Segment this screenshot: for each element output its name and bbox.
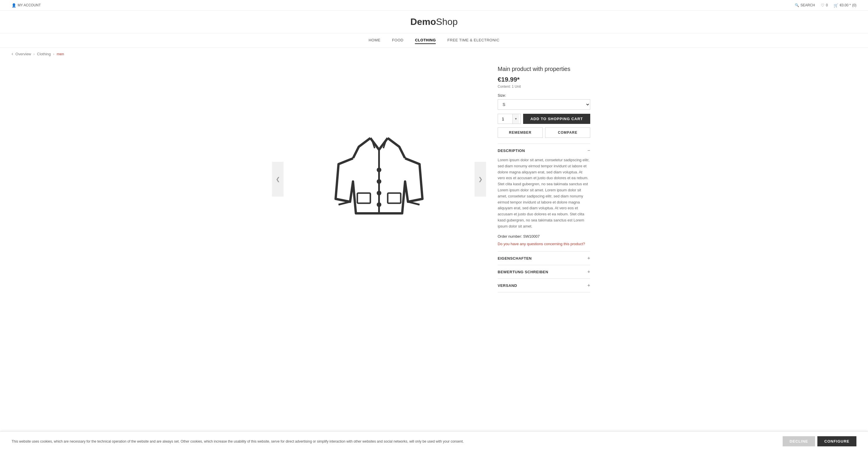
breadcrumb-sep1: › [34, 52, 35, 56]
size-select[interactable]: S M L XL XXL [498, 99, 590, 110]
svg-point-4 [377, 202, 381, 207]
remember-button[interactable]: REMEMBER [498, 127, 543, 138]
accordion-versand-header[interactable]: VERSAND + [498, 279, 590, 292]
add-to-cart-button[interactable]: ADD TO SHOPPING CART [523, 114, 590, 124]
breadcrumb-back-icon [11, 51, 13, 56]
product-image-area [278, 66, 480, 292]
heart-icon [821, 3, 825, 7]
product-jacket-svg [330, 124, 428, 234]
bewertung-expand-icon: + [587, 269, 590, 274]
my-account-label: MY ACCOUNT [18, 3, 41, 7]
nav-food[interactable]: FOOD [392, 37, 404, 44]
product-details: Main product with properties €19.99* Con… [498, 66, 590, 292]
svg-point-3 [377, 191, 381, 196]
quantity-input[interactable] [498, 114, 513, 124]
accordion-eigenschaften-header[interactable]: EIGENSCHAFTEN + [498, 251, 590, 265]
logo-bar: DemoShop [0, 11, 868, 33]
logo-demo: Demo [410, 17, 436, 27]
logo-shop: Shop [436, 17, 458, 27]
nav-bar: HOME FOOD CLOTHING FREE TIME & ELECTRONI… [0, 33, 868, 48]
accordion-description: DESCRIPTION − Lorem ipsum dolor sit amet… [498, 144, 590, 251]
top-bar-left: MY ACCOUNT [11, 3, 41, 7]
product-price: €19.99* [498, 76, 590, 83]
compare-button[interactable]: COMPARE [545, 127, 590, 138]
svg-rect-9 [388, 193, 401, 203]
breadcrumb: Overview › Clothing › men [0, 48, 868, 60]
order-number-row: Order number: SW10007 [498, 234, 590, 240]
eigenschaften-label: EIGENSCHAFTEN [498, 256, 532, 261]
cart-link[interactable]: €0.00 * (0) [834, 3, 857, 7]
image-next-button[interactable] [474, 162, 486, 197]
accordion-bewertung: BEWERTUNG SCHREIBEN + [498, 265, 590, 279]
nav-home[interactable]: HOME [369, 37, 380, 44]
wishlist-count: 0 [826, 3, 828, 7]
nav-free-time[interactable]: FREE TIME & ELECTRONIC [447, 37, 499, 44]
bewertung-label: BEWERTUNG SCHREIBEN [498, 270, 548, 274]
user-icon [11, 3, 16, 7]
accordion-description-content: Lorem ipsum dolor sit amet, consetetur s… [498, 157, 590, 251]
svg-point-2 [377, 179, 381, 184]
chevron-left-icon [276, 176, 280, 182]
price-value: €19.99 [498, 76, 517, 83]
quantity-input-wrapper: ▼ [498, 114, 521, 124]
product-title: Main product with properties [498, 66, 590, 72]
action-btns-row: REMEMBER COMPARE [498, 127, 590, 138]
price-asterisk: * [517, 76, 520, 83]
breadcrumb-sep2: › [53, 52, 54, 56]
image-prev-button[interactable] [272, 162, 283, 197]
svg-line-5 [339, 202, 350, 205]
search-link[interactable]: SEARCH [795, 3, 815, 7]
accordion-description-header[interactable]: DESCRIPTION − [498, 144, 590, 157]
top-bar-right: SEARCH 0 €0.00 * (0) [795, 3, 857, 7]
product-image [324, 118, 434, 240]
description-collapse-icon: − [587, 148, 590, 153]
search-label: SEARCH [801, 3, 815, 7]
description-heading: DESCRIPTION [498, 149, 525, 153]
add-to-cart-row: ▼ ADD TO SHOPPING CART [498, 114, 590, 124]
main-content: Main product with properties €19.99* Con… [260, 60, 608, 298]
chevron-right-icon [478, 176, 483, 182]
top-bar: MY ACCOUNT SEARCH 0 €0.00 * (0) [0, 0, 868, 11]
order-number-value: SW10007 [523, 234, 539, 239]
logo[interactable]: DemoShop [6, 17, 862, 27]
cart-price: €0.00 * [840, 3, 850, 7]
size-label: Size: [498, 93, 590, 97]
question-link[interactable]: Do you have any questions concerning thi… [498, 241, 590, 247]
svg-line-6 [408, 202, 420, 205]
order-number-label: Order number: [498, 234, 522, 239]
product-content: Content: 1 Unit [498, 85, 590, 89]
accordion: DESCRIPTION − Lorem ipsum dolor sit amet… [498, 144, 590, 292]
description-text: Lorem ipsum dolor sit amet, consetetur s… [498, 157, 590, 230]
accordion-bewertung-header[interactable]: BEWERTUNG SCHREIBEN + [498, 265, 590, 278]
wishlist-link[interactable]: 0 [821, 3, 828, 7]
quantity-dropdown-btn[interactable]: ▼ [513, 114, 519, 124]
accordion-eigenschaften: EIGENSCHAFTEN + [498, 251, 590, 265]
breadcrumb-clothing[interactable]: Clothing [37, 52, 51, 56]
versand-expand-icon: + [587, 283, 590, 288]
breadcrumb-men[interactable]: men [57, 52, 64, 56]
versand-label: VERSAND [498, 283, 517, 288]
svg-point-1 [377, 168, 381, 172]
nav-clothing[interactable]: CLOTHING [415, 37, 436, 44]
cart-items: (0) [852, 3, 857, 7]
svg-rect-8 [357, 193, 370, 203]
breadcrumb-overview[interactable]: Overview [16, 52, 31, 56]
my-account-link[interactable]: MY ACCOUNT [11, 3, 41, 7]
accordion-versand: VERSAND + [498, 279, 590, 292]
eigenschaften-expand-icon: + [587, 255, 590, 261]
cart-icon [834, 3, 838, 7]
search-icon [795, 3, 799, 7]
